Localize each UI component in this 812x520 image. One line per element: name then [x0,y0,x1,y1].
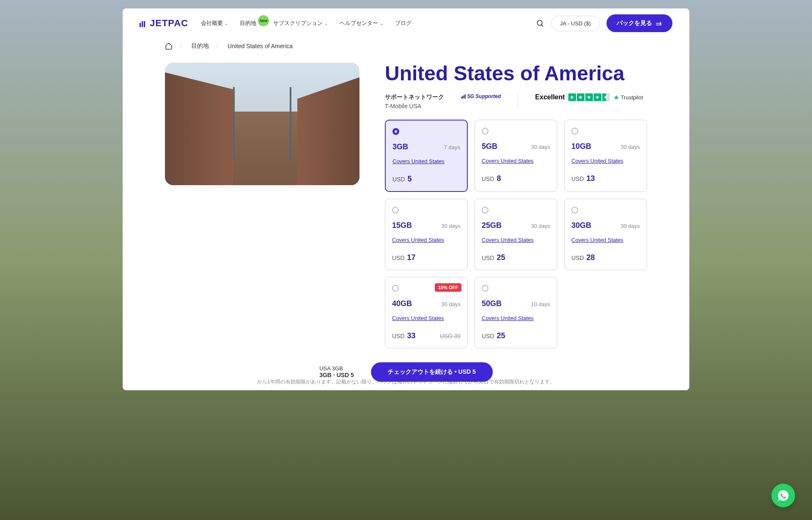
plan-duration: 30 days [531,144,550,150]
plan-card[interactable]: 30GB 30 days Covers United States USD 28 [564,199,647,270]
plan-card[interactable]: 50GB 10 days Covers United States USD 25 [475,277,557,348]
svg-line-1 [541,25,543,26]
plan-card[interactable]: 3GB 7 days Covers United States USD 5 [385,120,468,192]
plan-size: 40GB [392,299,412,308]
page-title: United States of America [385,63,647,85]
plan-duration: 7 days [444,144,460,151]
plan-size: 10GB [571,142,591,151]
checkout-summary: USA 3GB 3GB · USD 5 [319,365,354,378]
nav-help[interactable]: ヘルプセンター ⌄ [340,19,383,27]
trustpilot-label: Excellent [535,93,565,101]
plan-coverage-link[interactable]: Covers United States [571,158,640,164]
network-label: サポートネットワーク [385,93,444,101]
sub-row: サポートネットワーク T-Mobile USA 5G Supported Exc… [385,93,647,109]
locale-button[interactable]: JA - USD ($) [551,16,600,31]
main-content: United States of America サポートネットワーク T-Mo… [123,54,689,374]
plan-currency: USD [482,175,494,182]
logo-icon [140,19,147,27]
navbar: JETPAC 会社概要 ⌄ 目的地 ⌄ New サブスクリプション ⌄ ヘルプセ… [123,8,689,38]
plan-coverage-link[interactable]: Covers United States [482,158,550,164]
signal-bars-icon [461,94,466,99]
brand-name: JETPAC [150,18,188,29]
plan-coverage-link[interactable]: Covers United States [392,315,461,321]
nav-destinations[interactable]: 目的地 ⌄ New [240,19,261,27]
plan-currency: USD [571,175,584,182]
trustpilot-logo: ★ Trustpilot [613,93,643,101]
discount-badge: 15% OFF [435,283,461,292]
plan-coverage-link[interactable]: Covers United States [482,237,550,243]
plan-duration: 30 days [441,301,461,307]
breadcrumb: 〉 目的地 〉 United States of America [123,38,689,54]
plans-grid: 3GB 7 days Covers United States USD 5 5G… [385,120,647,348]
plan-price: 13 [587,174,595,183]
trustpilot-rating[interactable]: Excellent ★ ★ ★ ★ ★ ★ Trustpilot [535,93,643,101]
plan-coverage-link[interactable]: Covers United States [392,158,460,164]
plan-currency: USD [392,333,405,339]
nav-company[interactable]: 会社概要 ⌄ [201,19,228,27]
nav-items: 会社概要 ⌄ 目的地 ⌄ New サブスクリプション ⌄ ヘルプセンター ⌄ ブ… [201,19,411,27]
plan-card[interactable]: 25GB 30 days Covers United States USD 25 [475,199,557,270]
plan-size: 50GB [482,299,502,308]
checkout-product: USA 3GB [319,365,354,372]
nav-right: JA - USD ($) パックを見る [536,14,672,32]
nav-label: サブスクリプション [273,19,323,27]
5g-supported: 5G Supported [461,93,501,99]
plan-size: 3GB [392,142,408,151]
nav-blog[interactable]: ブログ [395,19,411,27]
breadcrumb-item[interactable]: 目的地 [191,42,209,50]
brand-logo[interactable]: JETPAC [140,18,188,29]
chevron-right-icon: 〉 [216,43,221,50]
nav-subscription[interactable]: サブスクリプション ⌄ [273,19,328,27]
plan-currency: USD [482,255,494,261]
plan-coverage-link[interactable]: Covers United States [571,237,640,243]
trustpilot-stars: ★ ★ ★ ★ ★ [568,93,610,101]
radio-icon [482,285,488,292]
whatsapp-button[interactable] [771,484,795,507]
right-column: United States of America サポートネットワーク T-Mo… [385,63,647,348]
chevron-down-icon: ⌄ [324,21,328,26]
chevron-down-icon: ⌄ [225,21,228,26]
search-icon[interactable] [536,19,544,27]
left-column [165,63,359,348]
5g-text: 5G Supported [467,93,501,99]
app-window: JETPAC 会社概要 ⌄ 目的地 ⌄ New サブスクリプション ⌄ ヘルプセ… [123,8,689,390]
plan-duration: 30 days [441,223,461,229]
radio-icon [392,128,399,135]
radio-icon [482,207,488,213]
plan-card[interactable]: 5GB 30 days Covers United States USD 8 [475,120,557,192]
plan-coverage-link[interactable]: Covers United States [482,315,550,321]
svg-point-0 [537,20,542,25]
radio-icon [482,128,488,134]
plan-size: 30GB [571,221,591,230]
cta-label: パックを見る [617,19,652,27]
plan-currency: USD [571,255,584,261]
breadcrumb-current: United States of America [228,43,293,49]
plan-card[interactable]: 15% OFF 40GB 30 days Covers United State… [385,277,468,348]
radio-icon [571,128,578,134]
nav-label: ブログ [395,19,411,27]
plan-coverage-link[interactable]: Covers United States [392,237,461,243]
view-packs-button[interactable]: パックを見る [606,14,672,32]
plane-icon [656,20,662,27]
network-info: サポートネットワーク T-Mobile USA [385,93,444,109]
divider [518,93,518,108]
nav-label: 目的地 [240,19,256,27]
star-icon: ★ [585,93,593,101]
plan-price: 17 [407,253,416,262]
plan-currency: USD [392,176,405,183]
network-name: T-Mobile USA [385,103,444,109]
plan-card[interactable]: 10GB 30 days Covers United States USD 13 [564,120,647,192]
plan-duration: 30 days [620,223,640,229]
checkout-bar: USA 3GB 3GB · USD 5 チェックアウトを続ける • USD 5 [319,362,493,382]
plan-size: 15GB [392,221,412,230]
plan-price: 25 [497,253,505,262]
radio-icon [571,207,578,213]
checkout-button[interactable]: チェックアウトを続ける • USD 5 [371,362,493,382]
radio-icon [392,285,399,292]
plan-card[interactable]: 15GB 30 days Covers United States USD 17 [385,199,468,270]
home-icon[interactable] [165,42,173,50]
plan-duration: 30 days [531,223,550,229]
plan-price: 33 [407,331,416,340]
plan-price: 25 [497,331,505,340]
plan-price: 8 [497,174,501,183]
